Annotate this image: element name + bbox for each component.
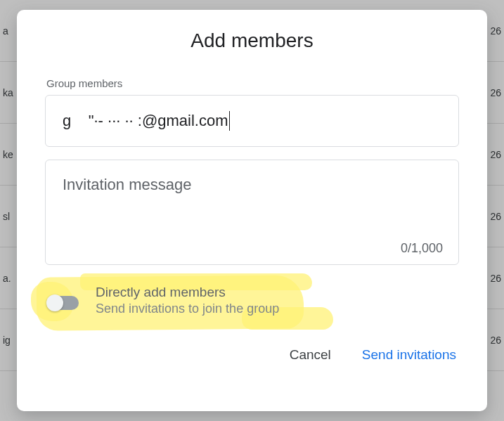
toggle-knob: [46, 294, 63, 311]
dialog-title: Add members: [45, 30, 459, 52]
group-members-input[interactable]: g "·- ··· ·· :@gmail.com: [45, 95, 459, 147]
group-members-label: Group members: [45, 77, 459, 89]
send-invitations-button[interactable]: Send invitations: [359, 342, 459, 368]
directly-add-toggle[interactable]: [48, 296, 79, 310]
cancel-button[interactable]: Cancel: [287, 342, 334, 368]
invitation-placeholder: Invitation message: [63, 176, 191, 193]
invitation-message-input[interactable]: Invitation message 0/1,000: [45, 160, 459, 265]
dialog-actions: Cancel Send invitations: [45, 342, 459, 368]
toggle-title: Directly add members: [96, 285, 279, 300]
group-members-value: g "·- ··· ·· :@gmail.com: [63, 112, 228, 130]
character-count: 0/1,000: [401, 241, 443, 256]
add-members-dialog: Add members Group members g "·- ··· ·· :…: [17, 10, 487, 411]
toggle-subtitle: Send invitations to join the group: [96, 302, 279, 316]
text-cursor: [229, 111, 230, 131]
directly-add-toggle-section: Directly add members Send invitations to…: [45, 279, 459, 325]
toggle-text: Directly add members Send invitations to…: [96, 285, 279, 316]
